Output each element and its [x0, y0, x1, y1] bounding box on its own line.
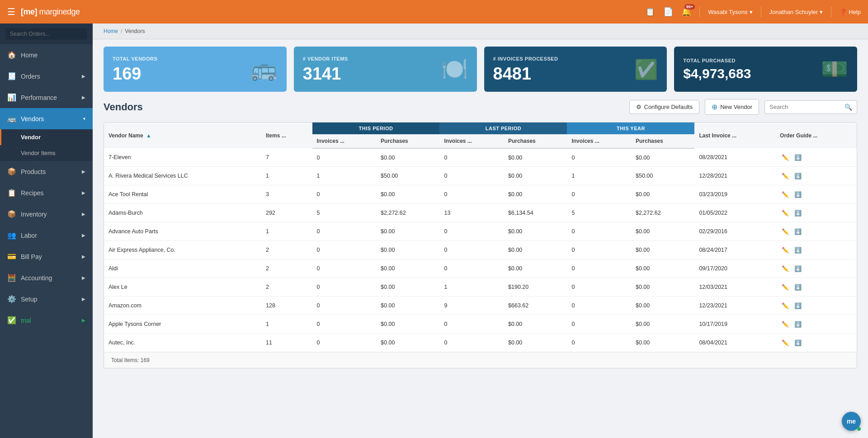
edit-vendor-icon[interactable]: ✏️ [780, 245, 791, 255]
cell-ty-inv: 0 [567, 278, 631, 297]
cell-actions: ✏️ ⬇️ [775, 148, 857, 167]
cell-actions: ✏️ ⬇️ [775, 278, 857, 297]
cell-vendor-name: Alex Le [104, 278, 261, 297]
cell-ty-pur: $0.00 [631, 297, 694, 315]
edit-vendor-icon[interactable]: ✏️ [780, 319, 791, 330]
table-footer: Total Items: 169 [104, 352, 857, 368]
download-vendor-icon[interactable]: ⬇️ [793, 282, 803, 292]
stat-label-purchased: TOTAL PURCHASED [683, 58, 751, 63]
restaurant-selector[interactable]: Wasabi Tysons ▾ [708, 9, 752, 15]
vendor-search-input[interactable] [769, 104, 842, 110]
sidebar-item-orders[interactable]: 🧾 Orders ▶ [0, 66, 93, 87]
edit-vendor-icon[interactable]: ✏️ [780, 300, 791, 311]
cell-ty-inv: 1 [567, 167, 631, 185]
stat-icon-vendors: 🚌 [250, 57, 278, 82]
sidebar-item-home[interactable]: 🏠 Home [0, 44, 93, 66]
cell-lp-pur: $0.00 [504, 185, 567, 204]
stat-card-left-invoices: # INVOICES PROCESSED 8481 [493, 56, 558, 82]
cell-actions: ✏️ ⬇️ [775, 185, 857, 204]
cell-tp-pur: $0.00 [376, 315, 439, 334]
cell-ty-inv: 0 [567, 148, 631, 167]
cell-lp-inv: 0 [439, 241, 504, 259]
download-vendor-icon[interactable]: ⬇️ [793, 245, 803, 255]
search-orders-input[interactable] [5, 28, 87, 40]
billpay-icon: 💳 [7, 252, 16, 261]
avatar-notif-dot [857, 427, 861, 431]
edit-vendor-icon[interactable]: ✏️ [780, 189, 791, 200]
sidebar-sub-item-vendor-items[interactable]: Vendor Items [0, 145, 93, 161]
user-menu[interactable]: Jonathan Schuyler ▾ [769, 9, 823, 15]
new-vendor-button[interactable]: ⊕ New Vendor [705, 99, 759, 115]
sidebar-item-performance[interactable]: 📊 Performance ▶ [0, 87, 93, 108]
cell-vendor-name: Air Express Appliance, Co. [104, 241, 261, 259]
sidebar-item-accounting[interactable]: 🧮 Accounting ▶ [0, 267, 93, 288]
download-vendor-icon[interactable]: ⬇️ [793, 152, 803, 163]
cell-items: 3 [261, 185, 312, 204]
cell-tp-inv: 1 [312, 167, 377, 185]
cell-items: 2 [261, 278, 312, 297]
download-vendor-icon[interactable]: ⬇️ [793, 337, 803, 348]
sidebar-item-inventory[interactable]: 📦 Inventory ▶ [0, 203, 93, 225]
main-layout: 🏠 Home 🧾 Orders ▶ 📊 Performance ▶ 🚌 Vend… [0, 24, 868, 438]
orders-icon: 🧾 [7, 72, 16, 80]
cell-items: 1 [261, 167, 312, 185]
download-vendor-icon[interactable]: ⬇️ [793, 189, 803, 200]
download-vendor-icon[interactable]: ⬇️ [793, 300, 803, 311]
download-vendor-icon[interactable]: ⬇️ [793, 319, 803, 330]
edit-vendor-icon[interactable]: ✏️ [780, 170, 791, 181]
download-vendor-icon[interactable]: ⬇️ [793, 263, 803, 274]
col-header-vendor-name[interactable]: Vendor Name ▲ [104, 122, 261, 148]
cell-lp-inv: 13 [439, 204, 504, 222]
cell-lp-pur: $0.00 [504, 259, 567, 278]
cell-actions: ✏️ ⬇️ [775, 297, 857, 315]
breadcrumb-current: Vendors [125, 28, 145, 34]
me-avatar[interactable]: me [842, 412, 861, 431]
sidebar-item-setup[interactable]: ⚙️ Setup ▶ [0, 288, 93, 310]
edit-vendor-icon[interactable]: ✏️ [780, 226, 791, 237]
cell-last-inv: 08/28/2021 [694, 148, 775, 167]
stat-cards-container: TOTAL VENDORS 169 🚌 # VENDOR ITEMS 3141 … [93, 39, 868, 99]
sidebar-item-billpay[interactable]: 💳 Bill Pay ▶ [0, 246, 93, 267]
col-header-tp-inv: Invoices ... [312, 134, 377, 148]
cell-tp-pur: $0.00 [376, 297, 439, 315]
sidebar-item-recipes[interactable]: 📋 Recipes ▶ [0, 182, 93, 203]
edit-vendor-icon[interactable]: ✏️ [780, 263, 791, 274]
sidebar-sub-item-vendor[interactable]: Vendor [0, 129, 93, 145]
sidebar-item-vendors[interactable]: 🚌 Vendors ▾ [0, 108, 93, 129]
table-row: Ace Tool Rental 3 0 $0.00 0 $0.00 0 $0.0… [104, 185, 857, 204]
cell-lp-inv: 1 [439, 278, 504, 297]
chevron-labor: ▶ [82, 233, 85, 238]
cell-actions: ✏️ ⬇️ [775, 241, 857, 259]
chevron-performance: ▶ [82, 95, 85, 100]
sidebar-item-labor[interactable]: 👥 Labor ▶ [0, 225, 93, 246]
edit-vendor-icon[interactable]: ✏️ [780, 282, 791, 292]
home-icon: 🏠 [7, 51, 16, 59]
col-header-ty-inv: Invoices ... [567, 134, 631, 148]
gear-icon: ⚙ [636, 104, 642, 110]
breadcrumb-home[interactable]: Home [104, 28, 118, 34]
cell-lp-pur: $0.00 [504, 315, 567, 334]
table-row: 7-Eleven 7 0 $0.00 0 $0.00 0 $0.00 08/28… [104, 148, 857, 167]
download-vendor-icon[interactable]: ⬇️ [793, 226, 803, 237]
table-body: 7-Eleven 7 0 $0.00 0 $0.00 0 $0.00 08/28… [104, 148, 857, 352]
edit-vendor-icon[interactable]: ✏️ [780, 152, 791, 163]
hamburger-menu[interactable]: ☰ [7, 6, 15, 17]
download-vendor-icon[interactable]: ⬇️ [793, 207, 803, 218]
document-icon[interactable]: 📄 [663, 7, 673, 17]
inventory-icon: 📦 [7, 210, 16, 218]
edit-vendor-icon[interactable]: ✏️ [780, 207, 791, 218]
help-button[interactable]: ❓ Help [840, 9, 861, 15]
sidebar-item-trial[interactable]: ✅ trial ▶ [0, 310, 93, 331]
top-nav: ☰ [me] marginedge 📋 📄 🔔 99+ Wasabi Tyson… [0, 0, 868, 24]
cell-items: 128 [261, 297, 312, 315]
configure-defaults-button[interactable]: ⚙ Configure Defaults [629, 100, 700, 114]
stat-label-invoices: # INVOICES PROCESSED [493, 56, 558, 61]
sidebar-item-products[interactable]: 📦 Products ▶ [0, 161, 93, 182]
edit-vendor-icon[interactable]: ✏️ [780, 337, 791, 348]
download-vendor-icon[interactable]: ⬇️ [793, 170, 803, 181]
search-icon: 🔍 [844, 104, 852, 111]
notification-icon[interactable]: 🔔 99+ [681, 7, 691, 17]
col-header-ty-pur: Purchases [631, 134, 694, 148]
copy-icon[interactable]: 📋 [645, 7, 655, 17]
sidebar-search-container [0, 24, 93, 44]
